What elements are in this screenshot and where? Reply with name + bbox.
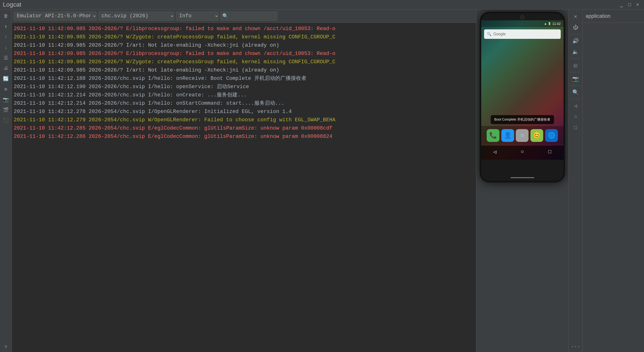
- filter-icon[interactable]: ⬆: [1, 22, 11, 31]
- app-panel-title: application: [586, 13, 610, 19]
- log-line: 2021-11-10 11:42:12.278 2026-2054/chc.sv…: [13, 108, 475, 116]
- restore-button[interactable]: □: [626, 2, 633, 8]
- stop-icon[interactable]: ⬛: [1, 116, 11, 125]
- phone-screen[interactable]: ▲ 🔋 11:42 🔍 Google Boot Complete 开机启动的广播…: [481, 20, 564, 160]
- zoom-in-icon[interactable]: 🔍: [570, 87, 581, 98]
- log-line: 2021-11-10 11:42:12.214 2026-2026/chc.sv…: [13, 99, 475, 108]
- home-button[interactable]: ○: [518, 147, 527, 157]
- log-line: 2021-11-10 11:42:12.188 2026-2026/chc.sv…: [13, 74, 475, 83]
- window-controls: ⎯ □ ×: [618, 2, 641, 8]
- down-icon[interactable]: ↓: [1, 43, 11, 52]
- rotate-icon[interactable]: 🔄: [1, 74, 11, 83]
- phone-chin: [481, 160, 564, 181]
- emulator-select[interactable]: Emulator API-21-5.0-Phone: [14, 12, 96, 21]
- log-line: 2021-11-10 11:42:09.985 2026-2026/? W/Zy…: [13, 58, 475, 66]
- left-sidebar: 🗑 ⬆ ↑ ↓ ☰ 🖨 🔄 ⚙ 📷 🎬 ⬛ ?: [0, 10, 12, 352]
- phone-search-text: Google: [494, 32, 506, 36]
- process-select[interactable]: chc.svip (2026): [98, 12, 174, 21]
- lines-icon[interactable]: ☰: [1, 53, 11, 63]
- help-icon[interactable]: ?: [1, 342, 11, 352]
- right-divider-4: [570, 86, 581, 86]
- log-line: 2021-11-10 11:42:09.985 2026-2026/? W/Zy…: [13, 33, 475, 41]
- log-line: 2021-11-10 11:42:09.985 2026-2026/? E/li…: [13, 25, 475, 33]
- content-area: Emulator API-21-5.0-Phone chc.svip (2026…: [12, 10, 476, 352]
- phone-body: ▲ 🔋 11:42 🔍 Google Boot Complete 开机启动的广播…: [480, 12, 565, 183]
- log-line: 2021-11-10 11:42:09.985 2026-2026/? E/li…: [13, 50, 475, 58]
- close-panel-button[interactable]: ×: [570, 11, 581, 22]
- screenshot-icon[interactable]: 📷: [570, 74, 581, 84]
- settings-icon[interactable]: ⚙: [1, 84, 11, 94]
- phone-search-icon: 🔍: [487, 32, 492, 37]
- app-panel: application: [582, 10, 644, 352]
- log-area[interactable]: 2021-11-10 11:42:09.985 2026-2026/? E/li…: [12, 23, 476, 352]
- battery-icon: 🔋: [548, 22, 551, 25]
- phone-panel: ▲ 🔋 11:42 🔍 Google Boot Complete 开机启动的广播…: [476, 10, 568, 352]
- time-display: 11:42: [552, 22, 560, 26]
- phone-camera: [520, 15, 524, 20]
- minimize-button[interactable]: ⎯: [618, 2, 625, 8]
- phone-bottom-bar: [510, 177, 534, 178]
- home-nav-icon[interactable]: ○: [570, 112, 581, 122]
- log-line: 2021-11-10 11:42:12.190 2026-2026/chc.sv…: [13, 83, 475, 91]
- phone-app-icon[interactable]: 📞: [487, 129, 500, 142]
- app-panel-header: application: [583, 10, 644, 23]
- app-title: Logcat: [3, 1, 21, 8]
- camera-icon[interactable]: 📷: [1, 95, 11, 104]
- signal-icon: ▲: [544, 22, 547, 25]
- log-line: 2021-11-10 11:42:09.985 2026-2026/? I/ar…: [13, 66, 475, 74]
- phone-status-bar: ▲ 🔋 11:42: [481, 20, 564, 27]
- log-line: 2021-11-10 11:42:12.279 2026-2054/chc.sv…: [13, 116, 475, 124]
- up-icon[interactable]: ↑: [1, 32, 11, 42]
- browser-app-icon[interactable]: 🌐: [545, 129, 558, 142]
- log-line: 2021-11-10 11:42:12.286 2026-2054/chc.sv…: [13, 132, 475, 141]
- search-wrapper: 🔍: [220, 12, 277, 21]
- phone-dock: 📞 👤 ⊞ 😊 🌐: [481, 126, 564, 145]
- right-sidebar: × ⏻ 🔊 🔈 ◱ 📷 🔍 ◁ ○ □ ···: [568, 10, 582, 352]
- volume-down-icon[interactable]: 🔈: [570, 47, 581, 57]
- log-line: 2021-11-10 11:42:12.285 2026-2054/chc.sv…: [13, 124, 475, 132]
- close-window-button[interactable]: ×: [634, 2, 641, 8]
- right-divider-3: [570, 72, 581, 72]
- more-options-icon[interactable]: ···: [570, 341, 581, 352]
- phone-nav-bar: ◁ ○ □: [481, 145, 564, 160]
- toolbar: Emulator API-21-5.0-Phone chc.svip (2026…: [12, 10, 476, 23]
- contacts-app-icon[interactable]: 👤: [501, 129, 514, 142]
- back-nav-icon[interactable]: ◁: [570, 101, 581, 111]
- volume-up-icon[interactable]: 🔊: [570, 36, 581, 46]
- right-divider-1: [570, 34, 581, 34]
- log-line: 2021-11-10 11:42:09.985 2026-2026/? I/ar…: [13, 41, 475, 50]
- phone-container: ▲ 🔋 11:42 🔍 Google Boot Complete 开机启动的广播…: [476, 10, 568, 352]
- rotate-screen-icon[interactable]: ◱: [570, 60, 581, 71]
- messages-app-icon[interactable]: 😊: [530, 129, 543, 142]
- video-icon[interactable]: 🎬: [1, 105, 11, 115]
- phone-toast: Boot Complete 开机启动的广播接收者: [490, 115, 554, 124]
- apps-icon[interactable]: ⊞: [516, 129, 528, 142]
- right-divider-5: [570, 99, 581, 99]
- search-input[interactable]: [220, 12, 277, 21]
- log-line: 2021-11-10 11:42:12.214 2026-2026/chc.sv…: [13, 91, 475, 99]
- back-button[interactable]: ◁: [490, 147, 500, 157]
- title-bar: Logcat ⎯ □ ×: [0, 0, 644, 10]
- print-icon[interactable]: 🖨: [1, 64, 11, 73]
- main-container: 🗑 ⬆ ↑ ↓ ☰ 🖨 🔄 ⚙ 📷 🎬 ⬛ ? Emulator API-21-…: [0, 10, 644, 352]
- phone-status-icons: ▲ 🔋 11:42: [544, 22, 561, 26]
- power-icon[interactable]: ⏻: [570, 22, 581, 33]
- recents-button[interactable]: □: [545, 147, 554, 157]
- right-divider-2: [570, 59, 581, 59]
- log-level-select[interactable]: Info: [176, 12, 218, 21]
- phone-search-bar[interactable]: 🔍 Google: [484, 29, 561, 39]
- recents-nav-icon[interactable]: □: [570, 122, 581, 133]
- delete-icon[interactable]: 🗑: [1, 11, 11, 21]
